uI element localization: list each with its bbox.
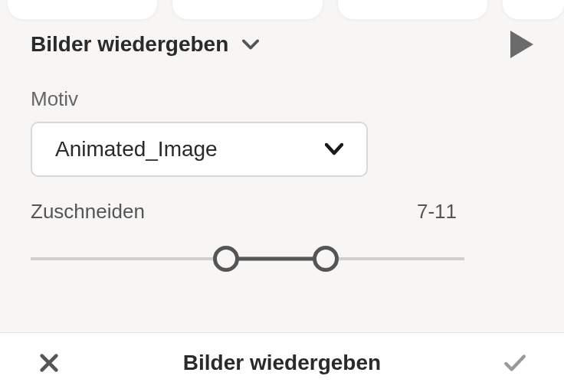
section-title: Bilder wiedergeben: [31, 32, 228, 57]
faded-tab: [338, 0, 487, 19]
slider-handle-end[interactable]: [313, 246, 339, 272]
confirm-button[interactable]: [503, 351, 527, 375]
slider-handle-start[interactable]: [213, 246, 239, 272]
faded-tab: [172, 0, 322, 19]
background-tabs: [0, 0, 564, 19]
chevron-down-icon[interactable]: [242, 39, 259, 50]
motiv-label: Motiv: [31, 87, 533, 111]
faded-tab: [503, 0, 564, 19]
motiv-dropdown[interactable]: Animated_Image: [31, 122, 368, 177]
slider-selected-range: [226, 257, 326, 261]
section-title-dropdown[interactable]: Bilder wiedergeben: [31, 32, 259, 57]
footer-bar: Bilder wiedergeben: [0, 332, 564, 392]
trim-label: Zuschneiden: [31, 200, 145, 224]
motiv-selected-value: Animated_Image: [55, 137, 218, 162]
trim-value: 7-11: [417, 200, 457, 224]
play-icon[interactable]: [510, 31, 533, 58]
chevron-down-icon: [325, 143, 343, 155]
faded-tab: [8, 0, 157, 19]
trim-range-slider[interactable]: [31, 243, 464, 274]
footer-title: Bilder wiedergeben: [183, 351, 381, 375]
cancel-button[interactable]: [37, 351, 61, 375]
